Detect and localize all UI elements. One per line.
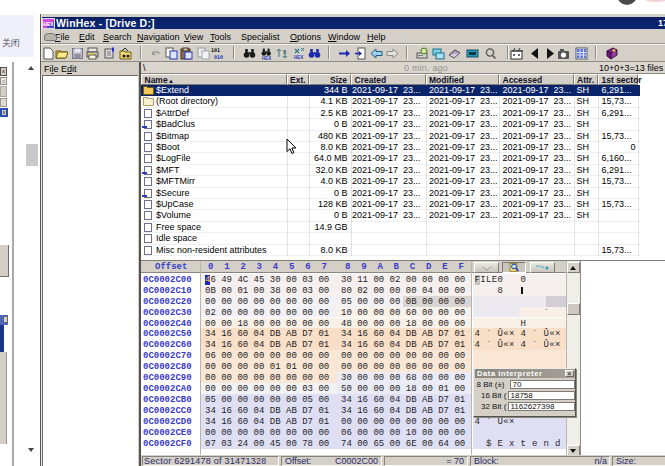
- svg-text:101: 101: [211, 47, 220, 53]
- svg-text:HEX: HEX: [262, 56, 271, 60]
- svg-text:B: B: [283, 49, 287, 55]
- svg-text:010: 010: [214, 54, 223, 60]
- svg-text:HEX: HEX: [294, 55, 303, 60]
